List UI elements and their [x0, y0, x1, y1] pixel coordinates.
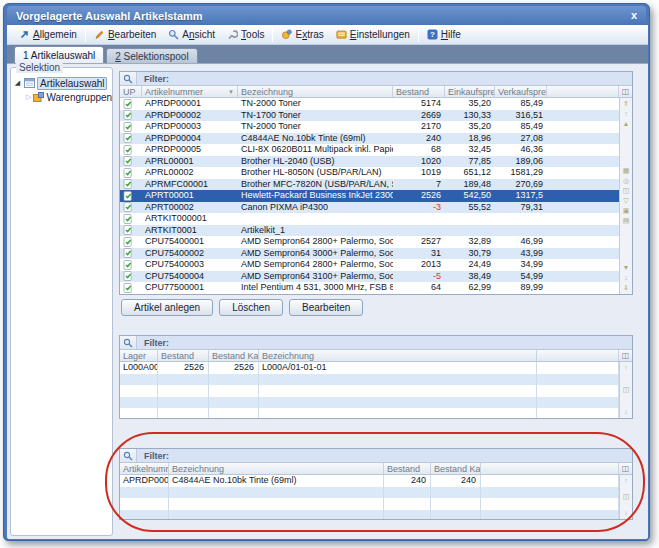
column-chooser-icon[interactable]: ◫: [619, 86, 632, 97]
tree-node-label[interactable]: Artikelauswahl: [37, 77, 107, 90]
tree-expanded-icon[interactable]: ◢: [13, 79, 22, 87]
cell-lager: [120, 397, 158, 409]
cell-bestand: 240: [393, 133, 445, 145]
column-chooser-icon[interactable]: ◫: [619, 350, 632, 361]
grid-nav-filt-icon[interactable]: ▽: [623, 197, 628, 205]
grid-row[interactable]: APRL00001Brother HL-2040 (USB)102077,851…: [120, 156, 619, 168]
menu-item-ansicht[interactable]: Ansicht: [162, 26, 221, 44]
grid-row[interactable]: CPU75400002AMD Sempron64 3000+ Palermo, …: [120, 248, 619, 260]
grid-row[interactable]: APRDP00004C4844AE No.10bk Tinte (69ml)24…: [120, 475, 619, 487]
grid-nav-up-icon[interactable]: ↑: [624, 110, 628, 118]
cell-artikelnummer: APRDP00002: [142, 110, 238, 122]
column-header-einkaufspreis[interactable]: Einkaufspreis: [445, 86, 495, 97]
filter-magnifier-icon[interactable]: [120, 336, 137, 349]
grid-nav-last-icon[interactable]: ⇓: [623, 284, 629, 292]
tab-2-selektionspool[interactable]: 2 Selektionspool: [106, 48, 197, 63]
column-header-bezeichnung[interactable]: Bezeichnung: [259, 350, 537, 361]
grid-row-empty[interactable]: [120, 498, 619, 510]
grid-row[interactable]: CPU75400001AMD Sempron64 2800+ Palermo, …: [120, 236, 619, 248]
create-article-button[interactable]: Artikel anlegen: [121, 299, 213, 316]
grid-row[interactable]: APRDP00001TN-2000 Toner517435,2085,49: [120, 98, 619, 110]
column-header-up[interactable]: UP: [120, 86, 142, 97]
column-header-blank[interactable]: [547, 86, 619, 97]
column-header-bestand[interactable]: Bestand: [384, 463, 431, 474]
column-chooser-icon[interactable]: ◫: [619, 463, 632, 474]
detail-grid-filter-bar[interactable]: Filter:: [120, 449, 632, 463]
grid-row[interactable]: APRL00002Brother HL-8050N (USB/PAR/LAN)1…: [120, 167, 619, 179]
grid-row[interactable]: APRDP00004C4844AE No.10bk Tinte (69ml)24…: [120, 133, 619, 145]
grid-row[interactable]: CPU75400004AMD Sempron64 3100+ Palermo, …: [120, 271, 619, 283]
grid-nav-view-icon[interactable]: ▦: [623, 167, 630, 175]
close-icon[interactable]: x: [631, 10, 637, 21]
grid-row-empty[interactable]: [120, 397, 619, 409]
column-header-bestand[interactable]: Bestand: [158, 350, 209, 361]
tree-collapsed-icon[interactable]: ▷: [26, 93, 31, 101]
column-header-artikelnummer[interactable]: Artikelnummer▼: [142, 86, 238, 97]
grid-nav-cols-icon[interactable]: ◫: [623, 386, 630, 394]
grid-nav-cols-icon[interactable]: ◫: [623, 493, 630, 501]
column-header-bezeichnung[interactable]: Bezeichnung: [169, 463, 384, 474]
grid-row-empty[interactable]: [120, 374, 619, 386]
grid-row[interactable]: APRDP00003TN-2000 Toner217035,2085,49: [120, 121, 619, 133]
grid-nav-down-icon[interactable]: ↓: [624, 509, 628, 517]
column-header-bezeichnung[interactable]: Bezeichnung: [238, 86, 393, 97]
cell-bestand: 1020: [393, 156, 445, 168]
grid-nav-find-icon[interactable]: ◎: [623, 177, 629, 185]
grid-nav-up-icon[interactable]: ↑: [624, 477, 628, 485]
menu-item-allgemein[interactable]: Allgemein: [13, 26, 83, 44]
tree-node-artikelauswahl[interactable]: ◢ Artikelauswahl: [13, 76, 110, 90]
grid-nav-list-icon[interactable]: ▤: [623, 217, 630, 225]
grid-row-empty[interactable]: [120, 510, 619, 520]
grid-nav-cols-icon[interactable]: ◫: [623, 187, 630, 195]
menu-item-hilfe[interactable]: ?Hilfe: [421, 26, 467, 44]
menu-item-extras[interactable]: Extras: [275, 26, 329, 44]
cell-bezeichnung: C4844AE No.10bk Tinte (69ml): [169, 475, 384, 487]
tree-node-warengruppen[interactable]: ▷ Warengruppen: [13, 90, 110, 104]
column-header-bestand-kalk-[interactable]: Bestand Kalk.: [431, 463, 481, 474]
grid-row[interactable]: L000A00125262526L000A/01-01-01: [120, 362, 619, 374]
grid-row-empty[interactable]: [120, 487, 619, 499]
menu-item-bearbeiten[interactable]: Bearbeiten: [88, 26, 162, 44]
grid-row[interactable]: CPU77500001Intel Pentium 4 531, 3000 MHz…: [120, 282, 619, 294]
grid-row[interactable]: APRDP00002TN-1700 Toner2669130,33316,51: [120, 110, 619, 122]
tab-1-artikelauswahl[interactable]: 1 Artikelauswahl: [14, 46, 104, 63]
grid-row[interactable]: CPU75400003AMD Sempron64 2800+ Palermo, …: [120, 259, 619, 271]
filter-magnifier-icon[interactable]: [120, 449, 137, 462]
column-header-verkaufspreis[interactable]: Verkaufspreis: [495, 86, 547, 97]
filter-magnifier-icon[interactable]: [120, 72, 137, 85]
article-grid-filter-bar[interactable]: Filter:: [120, 72, 632, 86]
column-header-bestand-kalk-[interactable]: Bestand Kalk.: [209, 350, 259, 361]
cell-verkaufspreis: 46,99: [495, 236, 547, 248]
menu-item-einstellungen[interactable]: Einstellungen: [330, 26, 416, 44]
menu-separator: [272, 28, 273, 42]
column-header-bestand[interactable]: Bestand: [393, 86, 445, 97]
grid-nav-up-icon[interactable]: ↑: [624, 364, 628, 372]
grid-nav-down-icon[interactable]: ↓: [624, 274, 628, 282]
cell-bestand: 2527: [393, 236, 445, 248]
edit-button[interactable]: Bearbeiten: [289, 299, 363, 316]
delete-button[interactable]: Löschen: [219, 299, 283, 316]
column-header-artikelnummer[interactable]: Artikelnummer: [120, 463, 169, 474]
column-header-blank[interactable]: [481, 463, 619, 474]
grid-nav-panel-icon[interactable]: ▣: [623, 207, 630, 215]
grid-row[interactable]: ARTKIT0001Artikelkit_1: [120, 225, 619, 237]
cell-artikelnummer: CPU75400004: [142, 271, 238, 283]
grid-nav-first-icon[interactable]: ⇑: [623, 100, 629, 108]
grid-row-empty[interactable]: [120, 408, 619, 418]
column-header-lager[interactable]: Lager: [120, 350, 158, 361]
grid-nav-down-icon[interactable]: ↓: [624, 408, 628, 416]
grid-row[interactable]: APRDP00005CLI-8X 0620B011 Multipack inkl…: [120, 144, 619, 156]
grid-row[interactable]: APRMFC00001Brother MFC-7820N (USB/PAR/LA…: [120, 179, 619, 191]
grid-row-empty[interactable]: [120, 385, 619, 397]
menu-item-tools[interactable]: Tools: [221, 26, 270, 44]
article-doc-icon: [120, 133, 142, 145]
column-header-blank[interactable]: [537, 350, 619, 361]
grid-row[interactable]: ARTKIT000001: [120, 213, 619, 225]
grid-row[interactable]: APRT00002Canon PIXMA iP4300-355,5279,31: [120, 202, 619, 214]
cell-bezeichnung: Artikelkit_1: [238, 225, 393, 237]
tree-node-label[interactable]: Warengruppen: [46, 92, 112, 103]
grid-nav-next-icon[interactable]: ▼: [623, 264, 630, 272]
grid-row[interactable]: APRT00001Hewlett-Packard Business InkJet…: [120, 190, 619, 202]
grid-nav-prev-icon[interactable]: ▲: [623, 120, 630, 128]
warehouse-grid-filter-bar[interactable]: Filter:: [120, 336, 632, 350]
